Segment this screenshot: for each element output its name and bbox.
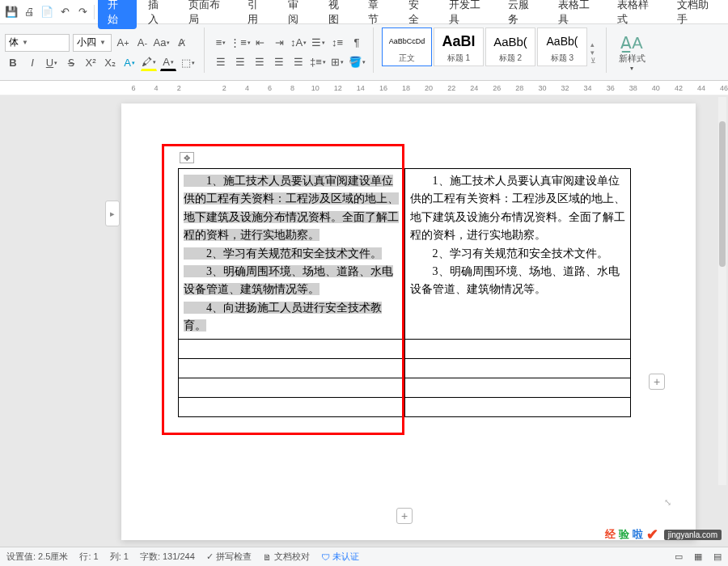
tab-layout[interactable]: 页面布局 [179, 0, 236, 29]
scrollbar-thumb[interactable] [719, 121, 726, 267]
font-color-icon[interactable]: A▾ [160, 55, 176, 71]
status-spellcheck[interactable]: ✓拼写检查 [206, 551, 252, 563]
status-bar: 设置值: 2.5厘米 行: 1 列: 1 字数: 131/244 ✓拼写检查 🗎… [0, 547, 728, 566]
vertical-scrollbar[interactable] [718, 97, 726, 485]
paragraph-group: ≡▾ ⋮≡▾ ⇤ ⇥ ↕A▾ ☰▾ ↕≡ ¶ ☰ ☰ ☰ ☰ ☰ ‡≡▾ ⊞▾ … [213, 27, 365, 77]
table-row[interactable] [179, 358, 405, 378]
font-size-combo[interactable]: 小四▼ [73, 34, 112, 52]
tab-view[interactable]: 视图 [319, 0, 358, 29]
watermark: 经验啦 ✔ jingyanla.com [605, 526, 722, 543]
add-row-button[interactable]: + [396, 508, 413, 524]
table-row[interactable] [404, 378, 631, 397]
style-scroll-down-icon[interactable]: ▾ [590, 49, 596, 57]
line-spacing2-icon[interactable]: ‡≡▾ [310, 54, 326, 70]
bullets-icon[interactable]: ≡▾ [213, 35, 229, 51]
new-style-button[interactable]: A̲A 新样式 ▾ [615, 27, 649, 77]
status-words[interactable]: 字数: 131/244 [140, 551, 195, 563]
numbering-icon[interactable]: ⋮≡▾ [232, 35, 248, 51]
highlight-icon[interactable]: 🖍▾ [141, 55, 157, 71]
document-table[interactable]: 1、施工技术人员要认真审阅建设单位供的工程有关资料：工程涉及区域的地上、地下建筑… [178, 168, 631, 417]
document-page[interactable]: ✥ 1、施工技术人员要认真审阅建设单位供的工程有关资料：工程涉及区域的地上、地下… [121, 103, 696, 540]
status-indent[interactable]: 设置值: 2.5厘米 [6, 551, 68, 563]
table-row[interactable] [404, 339, 631, 358]
style-gallery: AaBbCcDd 正文 AaBl 标题 1 AaBb( 标题 2 AaBb( 标… [382, 27, 598, 77]
italic-icon[interactable]: I [24, 55, 40, 71]
shrink-font-icon[interactable]: A- [134, 35, 150, 51]
table-move-handle-icon[interactable]: ✥ [180, 152, 194, 163]
change-case-icon[interactable]: Aa▾ [154, 35, 170, 51]
tab-tablestyle[interactable]: 表格样式 [607, 0, 665, 29]
style-normal[interactable]: AaBbCcDd 正文 [382, 27, 432, 66]
document-area: ✥ 1、施工技术人员要认真审阅建设单位供的工程有关资料：工程涉及区域的地上、地下… [0, 95, 728, 548]
style-heading1[interactable]: AaBl 标题 1 [434, 27, 484, 66]
preview-icon[interactable]: 📄 [39, 3, 55, 21]
tab-insert[interactable]: 插入 [138, 0, 177, 29]
underline-icon[interactable]: U▾ [44, 55, 60, 71]
view-web-icon[interactable]: ▤ [713, 551, 722, 562]
tab-review[interactable]: 审阅 [278, 0, 317, 29]
selected-text: 1、施工技术人员要认真审阅建设单位供的工程有关资料：工程涉及区域的地上、地下建筑… [184, 175, 399, 332]
print-icon[interactable]: 🖨 [21, 3, 37, 21]
table-row[interactable] [179, 397, 405, 416]
grow-font-icon[interactable]: A+ [115, 35, 131, 51]
side-panel-toggle[interactable]: ▸ [105, 201, 120, 226]
text-direction-icon[interactable]: ↕A▾ [290, 35, 307, 51]
undo-icon[interactable]: ↶ [57, 3, 73, 21]
subscript-icon[interactable]: X₂ [102, 55, 118, 71]
align-justify-icon[interactable]: ☰ [271, 54, 287, 70]
distribute-icon[interactable]: ☰ [290, 54, 307, 70]
superscript-icon[interactable]: X² [83, 55, 99, 71]
horizontal-ruler[interactable]: 6422468101214161820222426283032343638404… [0, 81, 728, 95]
align-left-icon[interactable]: ☰ [213, 54, 229, 70]
tab-security[interactable]: 安全 [399, 0, 438, 29]
table-row[interactable] [179, 378, 405, 397]
table-cell-left[interactable]: 1、施工技术人员要认真审阅建设单位供的工程有关资料：工程涉及区域的地上、地下建筑… [179, 169, 405, 340]
style-scroll-up-icon[interactable]: ▴ [590, 40, 596, 49]
tab-tabletools[interactable]: 表格工具 [548, 0, 606, 29]
table-row[interactable] [404, 397, 631, 416]
strike-icon[interactable]: S̶ [63, 55, 79, 71]
status-col[interactable]: 列: 1 [110, 551, 129, 563]
style-heading2[interactable]: AaBb( 标题 2 [485, 27, 535, 66]
resize-handle-icon[interactable]: ⤡ [664, 497, 671, 508]
table-cell-right[interactable]: 1、施工技术人员要认真审阅建设单位供的工程有关资料：工程涉及区域的地上、地下建筑… [404, 169, 631, 340]
tab-start[interactable]: 开始 [98, 0, 137, 29]
view-print-icon[interactable]: ▦ [694, 551, 702, 562]
outdent-icon[interactable]: ⇤ [252, 35, 268, 51]
shading-icon[interactable]: ⬚▾ [180, 55, 196, 71]
style-more-icon[interactable]: ⊻ [590, 57, 596, 65]
tab-chapter[interactable]: 章节 [358, 0, 397, 29]
font-group: 体▼ 小四▼ A+ A- Aa▾ A̷ B I U▾ S̶ X² X₂ A▾ 🖍… [5, 27, 196, 77]
table-row[interactable] [404, 358, 631, 378]
fill-icon[interactable]: 🪣▾ [349, 54, 365, 70]
check-icon: ✓ [206, 551, 214, 562]
redo-icon[interactable]: ↷ [74, 3, 91, 21]
style-heading3[interactable]: AaBb( 标题 3 [537, 27, 587, 66]
tab-dochelper[interactable]: 文档助手 [667, 0, 725, 29]
font-name-combo[interactable]: 体▼ [5, 34, 70, 52]
add-column-button[interactable]: + [649, 374, 665, 390]
align-center-icon[interactable]: ☰ [232, 54, 248, 70]
view-reading-icon[interactable]: ▭ [675, 551, 683, 562]
line-spacing-icon[interactable]: ☰▾ [310, 35, 326, 51]
menu-bar: 💾 🖨 📄 ↶ ↷ 开始 插入 页面布局 引用 审阅 视图 章节 安全 开发工具… [0, 0, 728, 24]
status-proofread[interactable]: 🗎文档校对 [263, 551, 310, 563]
checkmark-icon: ✔ [646, 526, 658, 543]
indent-icon[interactable]: ⇥ [271, 35, 287, 51]
tab-devtools[interactable]: 开发工具 [439, 0, 497, 29]
align-right-icon[interactable]: ☰ [252, 54, 268, 70]
bold-icon[interactable]: B [5, 55, 21, 71]
ribbon: 体▼ 小四▼ A+ A- Aa▾ A̷ B I U▾ S̶ X² X₂ A▾ 🖍… [0, 24, 728, 81]
clear-format-icon[interactable]: A̷ [173, 35, 189, 51]
status-auth[interactable]: 🛡未认证 [321, 551, 359, 563]
sort-icon[interactable]: ↕≡ [329, 35, 345, 51]
text-effect-icon[interactable]: A▾ [121, 55, 138, 71]
doc-icon: 🗎 [263, 552, 272, 562]
table-row[interactable] [179, 339, 405, 358]
save-icon[interactable]: 💾 [3, 3, 19, 21]
status-row[interactable]: 行: 1 [79, 551, 98, 563]
tab-reference[interactable]: 引用 [238, 0, 277, 29]
show-marks-icon[interactable]: ¶ [349, 35, 365, 51]
borders-icon[interactable]: ⊞▾ [329, 54, 345, 70]
tab-cloud[interactable]: 云服务 [498, 0, 547, 29]
